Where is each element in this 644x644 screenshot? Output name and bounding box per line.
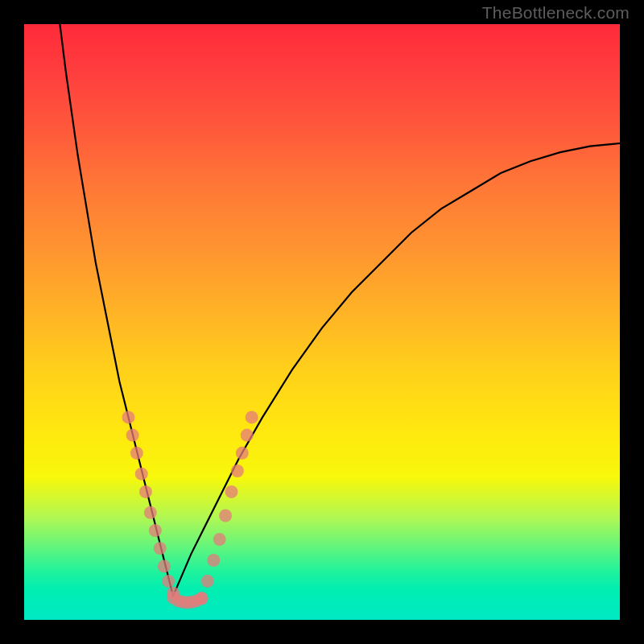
bead-point <box>126 429 139 442</box>
bead-point <box>154 542 167 555</box>
bead-point <box>207 554 220 567</box>
bead-point <box>139 485 152 498</box>
bead-point <box>219 510 232 522</box>
bead-point <box>213 533 226 546</box>
bead-point <box>246 411 258 423</box>
bead-point <box>135 468 148 481</box>
bead-point <box>225 485 238 498</box>
bead-point <box>158 559 171 572</box>
bead-point <box>196 592 208 605</box>
bead-point <box>241 429 254 442</box>
bead-group <box>122 411 258 609</box>
bead-point <box>162 575 175 588</box>
bead-point <box>122 411 135 423</box>
bead-point <box>231 464 244 477</box>
bead-point <box>201 575 214 588</box>
bead-point <box>236 447 249 460</box>
bead-point <box>144 506 157 519</box>
bead-point <box>130 447 143 460</box>
plot-area <box>24 24 620 620</box>
watermark-text: TheBottleneck.com <box>482 3 630 23</box>
right-curve-path <box>173 143 620 596</box>
chart-svg <box>24 24 620 620</box>
bead-point <box>149 524 162 537</box>
